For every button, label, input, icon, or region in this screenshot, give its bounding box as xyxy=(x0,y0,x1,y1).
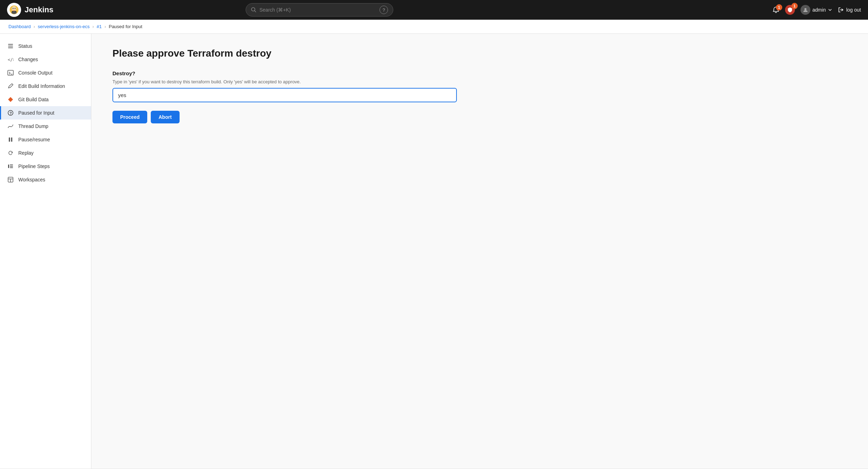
status-icon xyxy=(7,43,14,49)
svg-point-8 xyxy=(804,8,807,10)
logo-text: Jenkins xyxy=(25,5,53,14)
breadcrumb-current: Paused for Input xyxy=(109,24,142,29)
breadcrumb: Dashboard › serverless-jenkins-on-ecs › … xyxy=(0,20,868,34)
edit-icon xyxy=(7,83,14,89)
sidebar-item-edit-build[interactable]: Edit Build Information xyxy=(0,79,91,93)
pipeline-icon xyxy=(7,163,14,169)
notifications-button[interactable]: 1 xyxy=(772,6,779,13)
sidebar-label-git: Git Build Data xyxy=(18,97,48,102)
svg-rect-19 xyxy=(8,165,9,168)
proceed-button[interactable]: Proceed xyxy=(112,111,147,123)
svg-rect-17 xyxy=(9,137,10,142)
sidebar-label-pipeline: Pipeline Steps xyxy=(18,163,50,169)
svg-text:</>: </> xyxy=(8,57,14,62)
svg-rect-18 xyxy=(11,137,13,142)
thread-icon xyxy=(7,123,14,129)
svg-rect-9 xyxy=(8,44,13,45)
logout-label: log out xyxy=(846,7,861,13)
destroy-input[interactable] xyxy=(112,88,457,102)
logout-icon xyxy=(838,7,844,13)
security-badge: 1 xyxy=(791,3,798,9)
svg-rect-21 xyxy=(10,166,13,167)
svg-text:?: ? xyxy=(9,111,12,115)
destroy-form-group: Destroy? Type in 'yes' if you want to de… xyxy=(112,70,847,102)
sidebar-label-pause: Pause/resume xyxy=(18,137,50,142)
header: Jenkins ? 1 1 xyxy=(0,0,868,20)
sidebar-item-status[interactable]: Status xyxy=(0,39,91,53)
sidebar-label-paused: Paused for Input xyxy=(18,110,54,116)
search-icon xyxy=(251,7,257,13)
search-bar[interactable]: ? xyxy=(246,3,393,17)
sidebar-item-workspaces[interactable]: Workspaces xyxy=(0,173,91,186)
chevron-down-icon xyxy=(828,8,832,12)
sidebar-label-status: Status xyxy=(18,43,32,49)
svg-point-5 xyxy=(12,12,17,14)
replay-icon xyxy=(7,150,14,156)
help-icon[interactable]: ? xyxy=(380,6,388,14)
destroy-hint: Type in 'yes' if you want to destroy thi… xyxy=(112,79,847,84)
pause-icon xyxy=(7,136,14,143)
sidebar-item-pipeline-steps[interactable]: Pipeline Steps xyxy=(0,160,91,173)
action-buttons: Proceed Abort xyxy=(112,111,847,123)
jenkins-logo-icon xyxy=(7,3,21,17)
svg-line-7 xyxy=(255,11,256,12)
main-content: Please approve Terraform destroy Destroy… xyxy=(91,34,868,469)
paused-icon: ? xyxy=(7,110,14,116)
sidebar-label-edit: Edit Build Information xyxy=(18,83,65,89)
sidebar-label-console: Console Output xyxy=(18,70,52,76)
sidebar-item-git-build-data[interactable]: Git Build Data xyxy=(0,93,91,106)
svg-rect-11 xyxy=(8,47,13,48)
sidebar: Status </> Changes Console Output xyxy=(0,34,91,469)
user-avatar xyxy=(801,5,810,15)
user-menu[interactable]: admin xyxy=(801,5,832,15)
changes-icon: </> xyxy=(7,56,14,63)
breadcrumb-build-number[interactable]: #1 xyxy=(97,24,102,29)
svg-point-2 xyxy=(13,8,14,9)
breadcrumb-sep-3: › xyxy=(104,24,106,29)
svg-rect-22 xyxy=(10,167,13,168)
breadcrumb-sep-2: › xyxy=(92,24,94,29)
breadcrumb-sep-1: › xyxy=(34,24,35,29)
breadcrumb-pipeline[interactable]: serverless-jenkins-on-ecs xyxy=(38,24,90,29)
svg-marker-14 xyxy=(8,97,13,102)
jenkins-logo[interactable]: Jenkins xyxy=(7,3,53,17)
logout-button[interactable]: log out xyxy=(838,7,861,13)
sidebar-item-changes[interactable]: </> Changes xyxy=(0,53,91,66)
svg-rect-13 xyxy=(8,70,13,75)
sidebar-item-paused-for-input[interactable]: ? Paused for Input xyxy=(0,106,91,120)
page-layout: Status </> Changes Console Output xyxy=(0,34,868,469)
notifications-badge: 1 xyxy=(776,4,782,11)
console-icon xyxy=(7,70,14,76)
workspace-icon xyxy=(7,176,14,183)
sidebar-item-console-output[interactable]: Console Output xyxy=(0,66,91,79)
sidebar-item-replay[interactable]: Replay xyxy=(0,146,91,160)
sidebar-label-changes: Changes xyxy=(18,57,38,62)
page-title: Please approve Terraform destroy xyxy=(112,48,847,59)
username-label: admin xyxy=(812,7,826,13)
svg-rect-20 xyxy=(10,165,13,165)
abort-button[interactable]: Abort xyxy=(151,111,179,123)
sidebar-label-workspaces: Workspaces xyxy=(18,177,45,182)
header-actions: 1 1 admin xyxy=(772,5,861,15)
sidebar-label-thread: Thread Dump xyxy=(18,123,48,129)
svg-point-3 xyxy=(14,8,15,9)
breadcrumb-dashboard[interactable]: Dashboard xyxy=(8,24,31,29)
sidebar-item-pause-resume[interactable]: Pause/resume xyxy=(0,133,91,146)
destroy-label: Destroy? xyxy=(112,70,847,76)
svg-rect-10 xyxy=(8,46,13,46)
sidebar-label-replay: Replay xyxy=(18,150,34,156)
search-input[interactable] xyxy=(259,7,377,13)
sidebar-item-thread-dump[interactable]: Thread Dump xyxy=(0,120,91,133)
git-icon xyxy=(7,96,14,103)
